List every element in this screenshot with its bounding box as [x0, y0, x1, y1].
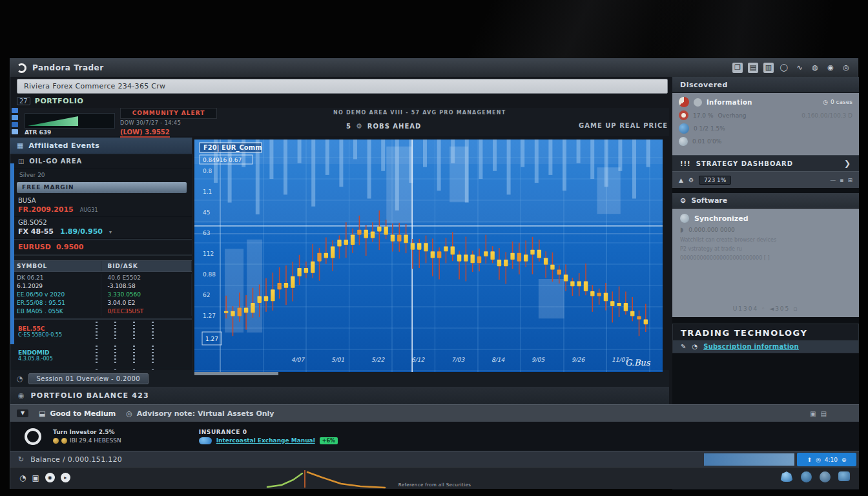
square-icon[interactable]: ▪ — [840, 177, 843, 183]
pencil-icon[interactable]: ✎ — [681, 343, 686, 350]
panel-columns-icon[interactable]: ❐ — [732, 63, 743, 73]
software-item[interactable]: Synchronized — [680, 214, 851, 223]
progress-strip — [704, 453, 794, 466]
gear-icon[interactable]: ⚙ — [688, 177, 694, 183]
software-footer[interactable]: U1304 ◦ ◄305 ▫ — [672, 305, 859, 312]
tabs-icon[interactable]: ▥ — [763, 63, 774, 73]
svg-text:F20| EUR_Comm: F20| EUR_Comm — [203, 144, 262, 152]
table-row[interactable]: EB MA05 . 055K 0/EEC35UST — [10, 307, 192, 316]
column-header-bidask[interactable]: BID/ASK — [101, 261, 192, 271]
minus-icon[interactable]: — — [830, 177, 836, 183]
community-alert-button[interactable]: COMMUNITY ALERT — [120, 108, 217, 119]
gear-icon[interactable]: ⚙ — [356, 122, 363, 130]
photos-icon[interactable] — [838, 471, 850, 481]
quote-row[interactable]: GB.SO52 FX 48-55 1.89/0.950 ▾ — [10, 217, 192, 239]
watchlist-header[interactable]: ▦ Affiliated Events — [10, 138, 192, 154]
watchlist-subheader[interactable]: ◫ OIL-GO AREA — [10, 154, 192, 169]
chevron-down-icon[interactable]: ▾ — [109, 229, 112, 235]
svg-text:5/22: 5/22 — [371, 356, 385, 363]
globe-mini-icon — [694, 98, 702, 107]
globe-icon[interactable] — [820, 471, 831, 482]
discover-row-sub: 17.0 % — [693, 112, 713, 119]
svg-text:1.27: 1.27 — [203, 313, 216, 319]
selected-watchlist-row[interactable]: FREE MARGIN — [17, 182, 187, 193]
moon-icon[interactable] — [801, 471, 812, 482]
tab-advisory-note[interactable]: ◎ Advisory note: Virtual Assets Only — [126, 409, 274, 418]
grid-small-icon[interactable]: ⊞ — [847, 177, 852, 183]
price-mode-label[interactable]: GAME UP REAL PRICE — [579, 122, 668, 129]
portfolio-label[interactable]: PORTFOLIO — [35, 97, 84, 105]
list-icon[interactable]: ▤ — [821, 410, 827, 417]
toolbar-info-line: NO DEMO AREA VIII - 57 AVG PRO MANAGEMEN… — [333, 110, 506, 116]
record-icon[interactable]: ◉ — [45, 473, 55, 482]
discover-row-title: 0.01 0'0% — [692, 138, 721, 145]
investor-line2-text: IBI 29.4 HEBESSN — [70, 437, 121, 444]
toolbar-icon-stack — [12, 108, 18, 134]
discover-row-right: ◷ 0 cases — [823, 99, 852, 105]
robots-control[interactable]: 5 ⚙ ROBS AHEAD — [346, 122, 421, 130]
chart-scrollbar[interactable] — [194, 372, 278, 375]
candlestick-chart-svg[interactable]: 0.81.145631120.88621.274/075/015/226/127… — [194, 140, 663, 372]
title-bar[interactable]: Pandora Trader ❐ ▤ ▥ ◯ ∿ ◍ ◉ ◎ — [10, 59, 858, 77]
session-tab[interactable]: Session 01 Overview - 0.2000 — [28, 373, 149, 384]
table-row[interactable]: ER.55/08 : 95.51 3.04.0 E2 — [10, 299, 192, 307]
software-card: Synchronized ◗ 0.000.000 0000 Watchlist … — [672, 209, 859, 317]
clock-icon: ◔ — [692, 343, 698, 350]
tool-icon-4[interactable] — [12, 129, 18, 134]
layout-grid-icon[interactable]: ▤ — [748, 63, 758, 73]
power-icon[interactable]: ◎ — [841, 63, 851, 73]
svg-text:0.84916 0.67: 0.84916 0.67 — [203, 157, 242, 163]
caret-up-icon[interactable]: ▲ — [679, 177, 683, 183]
watchlist-filter[interactable]: Silver 20 — [10, 169, 192, 181]
user-icon[interactable]: ◍ — [810, 63, 820, 73]
table-row[interactable]: EE.06/50 v 2020 3.330.0560 — [10, 291, 192, 299]
software-paragraph-3: 0000000000000000000000000 [ ] — [680, 254, 851, 262]
quote-symbol: EURUSD — [18, 243, 51, 251]
table-row[interactable]: 6.1.2029 -3.108.58 — [10, 282, 192, 291]
cell-left: 6.1.2029 — [10, 282, 101, 291]
pie-chart-icon — [679, 97, 689, 107]
column-header-symbol[interactable]: SYMBOL — [10, 261, 101, 271]
exchange-manual-link[interactable]: Intercoastal Exchange Manual — [216, 437, 315, 444]
pulse-icon[interactable]: ∿ — [794, 63, 805, 73]
position-row[interactable]: BEL.55C C-ES 55BC0-0.55 — [10, 320, 192, 344]
search-input[interactable]: Riviera Forex Commerce 234-365 Crw — [17, 79, 668, 94]
cloud-icon[interactable] — [780, 471, 793, 482]
discover-row[interactable]: 17.0 % Overhang 0.160.00/100.3 D — [679, 110, 852, 120]
circle-icon[interactable]: ◯ — [779, 63, 789, 73]
account-avatar[interactable] — [25, 428, 41, 445]
discover-row[interactable]: 0.01 0'0% — [679, 137, 852, 146]
quote-row[interactable]: BUSA FR.2009.2015 AUG31 — [10, 195, 192, 217]
session-time-button[interactable]: ⬆ ◎ 4:10 ⊕ — [797, 453, 856, 466]
discover-row[interactable]: 0 1/2 1.5% — [679, 123, 852, 134]
discover-row-title: 0 1/2 1.5% — [694, 125, 725, 132]
panel-icon[interactable]: ▣ — [810, 410, 816, 417]
clock-icon: ◔ — [17, 375, 23, 383]
info-icon[interactable]: ◉ — [825, 63, 836, 73]
discover-panel-header[interactable]: Discovered — [672, 77, 859, 93]
mini-chart-thumbnail[interactable] — [25, 113, 115, 129]
position-row[interactable]: ENDOMID 4.3.05.8.-005 — [10, 344, 192, 367]
tool-icon-2[interactable] — [12, 115, 18, 120]
area-icon: ◫ — [18, 158, 25, 165]
discover-row[interactable]: Information ◷ 0 cases — [679, 97, 852, 107]
quote-extra: 1.89/0.950 — [60, 227, 103, 236]
subscription-link[interactable]: Subscription information — [703, 343, 799, 350]
refresh-icon[interactable]: ↻ — [18, 455, 24, 464]
stat-chip: 723 1% — [699, 176, 731, 185]
tab-good-to-medium[interactable]: ⬓ Good to Medium — [39, 409, 116, 418]
portfolio-balance-bar[interactable]: ◉ PORTFOLIO BALANCE 423 — [10, 387, 669, 404]
strategy-dashboard-row[interactable]: !!! STRATEGY DASHBOARD ❯ — [672, 155, 859, 171]
price-chart[interactable]: 0.81.145631120.88621.274/075/015/226/127… — [194, 140, 663, 372]
tab-label: Good to Medium — [50, 409, 116, 418]
quote-row[interactable]: EURUSD 0.9500 — [10, 239, 192, 256]
chevron-right-icon[interactable]: ❯ — [844, 159, 851, 168]
tool-icon-3[interactable] — [12, 122, 18, 127]
camera-icon[interactable]: ▣ — [32, 473, 39, 482]
play-icon[interactable]: ▸ — [61, 473, 70, 482]
chevron-down-icon[interactable]: ▼ — [17, 409, 28, 417]
tool-icon-1[interactable] — [12, 108, 18, 113]
software-panel-header[interactable]: ⊜ Software — [672, 193, 859, 209]
table-row[interactable]: DK 06.21 40.6 E5502 — [10, 274, 192, 282]
eye-icon[interactable]: ◔ — [19, 473, 26, 482]
